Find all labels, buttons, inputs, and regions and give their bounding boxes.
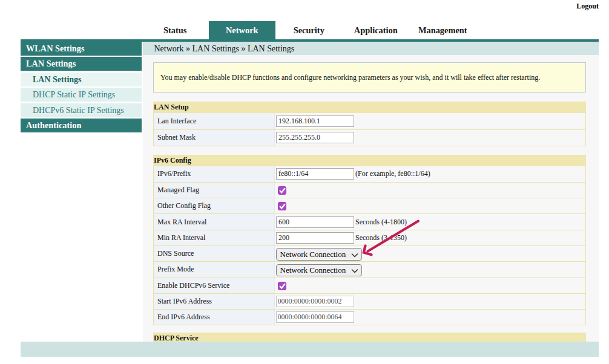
- check-icon: [278, 203, 286, 210]
- chevron-down-icon: [351, 253, 358, 258]
- row-value: [275, 113, 585, 129]
- row-label: Prefix Mode: [154, 262, 275, 277]
- table-row: IPv6/Prefix(For example, fe80::1/64): [154, 166, 585, 182]
- field-min-ra-interval[interactable]: [276, 232, 354, 244]
- sidebar: WLAN SettingsLAN SettingsLAN SettingsDHC…: [21, 42, 142, 134]
- section-lan-setup: LAN SetupLan InterfaceSubnet Mask: [153, 102, 586, 146]
- section-title: LAN Setup: [153, 102, 586, 113]
- table-row: Managed Flag: [154, 182, 585, 198]
- notice-box: You may enable/disable DHCP functions an…: [153, 62, 586, 93]
- tab-security[interactable]: Security: [275, 21, 343, 39]
- sidebar-item-authentication: Authentication: [21, 119, 142, 132]
- row-value: [275, 183, 585, 198]
- section-ipv6-config: IPv6 ConfigIPv6/Prefix(For example, fe80…: [153, 155, 586, 325]
- checkbox-enable-dhcpv6-service[interactable]: [278, 282, 286, 290]
- select-dns-source[interactable]: Network Connection: [276, 248, 362, 261]
- field-ipv6-prefix[interactable]: [276, 168, 354, 180]
- main-content: Network » LAN Settings » LAN Settings Yo…: [143, 42, 599, 342]
- check-icon: [278, 187, 286, 194]
- field-max-ra-interval[interactable]: [276, 216, 354, 228]
- checkbox-managed-flag[interactable]: [278, 186, 286, 195]
- table-row: Enable DHCPv6 Service: [154, 278, 585, 293]
- row-label: DNS Source: [154, 246, 275, 261]
- row-value: [275, 130, 585, 146]
- field-lan-interface[interactable]: [276, 115, 354, 127]
- field-subnet-mask[interactable]: [276, 132, 354, 143]
- row-value: [275, 310, 585, 325]
- row-label: Max RA Interval: [154, 214, 275, 229]
- row-value: Seconds (4-1800): [275, 214, 585, 229]
- section-title: IPv6 Config: [153, 155, 586, 166]
- row-label: Start IPv6 Address: [154, 294, 275, 309]
- row-value: (For example, fe80::1/64): [275, 166, 585, 182]
- row-value: [275, 294, 585, 309]
- settings-table: IPv6/Prefix(For example, fe80::1/64)Mana…: [153, 166, 586, 326]
- row-value: Network Connection: [275, 262, 585, 277]
- tab-application[interactable]: Application: [343, 21, 410, 39]
- row-value: [275, 278, 585, 293]
- field-note: Seconds (4-1800): [355, 218, 407, 227]
- section-dhcp-service: DHCP Service: [153, 333, 586, 342]
- sidebar-item-dhcp-static-ip-settings[interactable]: DHCP Static IP Settings: [21, 88, 142, 102]
- section-title: DHCP Service: [153, 333, 586, 342]
- table-row: DNS SourceNetwork Connection: [154, 245, 585, 261]
- select-value: Network Connection: [280, 250, 346, 259]
- sidebar-item-wlan-settings: WLAN Settings: [21, 42, 142, 56]
- table-row: End IPv6 Address: [154, 309, 585, 325]
- field-note: (For example, fe80::1/64): [355, 169, 430, 178]
- table-row: Max RA IntervalSeconds (4-1800): [154, 213, 585, 229]
- tab-status[interactable]: Status: [142, 21, 209, 39]
- row-label: IPv6/Prefix: [154, 166, 275, 182]
- row-value: Network Connection: [275, 246, 585, 261]
- tab-network[interactable]: Network: [209, 21, 276, 42]
- logout-link[interactable]: Logout: [576, 2, 599, 11]
- table-row: Prefix ModeNetwork Connection: [154, 261, 585, 277]
- tab-management[interactable]: Management: [409, 21, 476, 39]
- sidebar-item-lan-settings[interactable]: LAN Settings: [21, 73, 142, 86]
- row-label: Subnet Mask: [154, 130, 275, 146]
- table-row: Min RA IntervalSeconds (3-1350): [154, 230, 585, 245]
- row-label: Min RA Interval: [154, 230, 275, 245]
- select-value: Network Connection: [280, 265, 346, 275]
- checkbox-other-config-flag[interactable]: [278, 202, 286, 210]
- check-icon: [278, 282, 286, 290]
- form-sections: LAN SetupLan InterfaceSubnet MaskIPv6 Co…: [153, 102, 586, 342]
- sidebar-item-dhcpv6-static-ip-settings[interactable]: DHCPv6 Static IP Settings: [21, 103, 142, 117]
- table-row: Other Config Flag: [154, 198, 585, 213]
- row-value: [275, 198, 585, 213]
- table-row: Start IPv6 Address: [154, 293, 585, 309]
- row-label: Enable DHCPv6 Service: [154, 278, 275, 293]
- table-row: Subnet Mask: [154, 129, 585, 146]
- settings-table: Lan InterfaceSubnet Mask: [153, 113, 586, 146]
- field-end-ipv6-address[interactable]: [276, 311, 354, 323]
- chevron-down-icon: [351, 269, 358, 273]
- row-label: Managed Flag: [154, 183, 275, 198]
- field-note: Seconds (3-1350): [355, 233, 407, 242]
- row-label: End IPv6 Address: [154, 310, 275, 325]
- breadcrumb: Network » LAN Settings » LAN Settings: [143, 42, 599, 56]
- table-row: Lan Interface: [154, 113, 585, 129]
- notice-text: You may enable/disable DHCP functions an…: [160, 73, 540, 82]
- select-prefix-mode[interactable]: Network Connection: [276, 264, 362, 277]
- field-start-ipv6-address[interactable]: [276, 296, 354, 307]
- row-value: Seconds (3-1350): [275, 230, 585, 245]
- row-label: Lan Interface: [154, 113, 275, 129]
- footer-bar: [21, 342, 599, 357]
- row-label: Other Config Flag: [154, 198, 275, 213]
- sidebar-item-lan-settings: LAN Settings: [21, 57, 142, 71]
- content-inner: You may enable/disable DHCP functions an…: [153, 62, 586, 342]
